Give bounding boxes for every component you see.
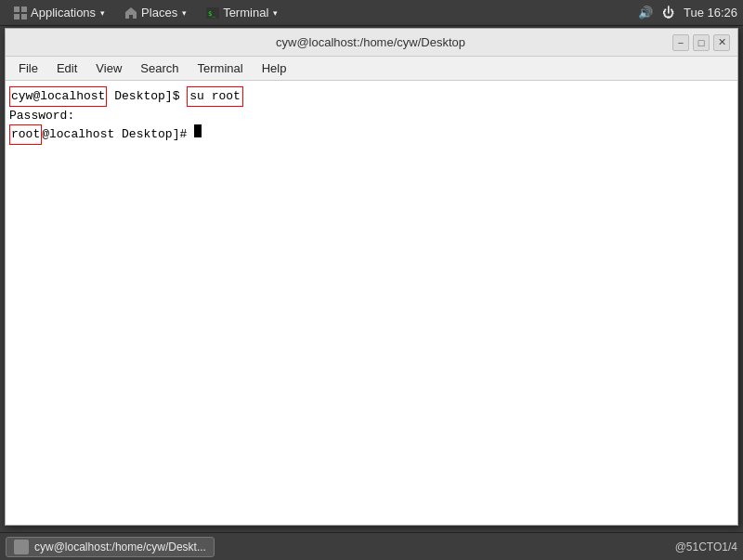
menu-search[interactable]: Search [133,59,186,77]
menu-help[interactable]: Help [254,59,294,77]
root-prompt: root [9,124,42,145]
terminal-content[interactable]: cyw@localhost Desktop]$ su root Password… [6,81,737,525]
window-controls: − □ ✕ [672,34,730,51]
minimize-button[interactable]: − [672,34,689,51]
places-label: Places [141,6,177,20]
places-icon [124,6,138,20]
taskbar-watermark: @51CTO1/4 [675,540,737,553]
places-menu[interactable]: Places ▾ [116,4,194,22]
terminal-icon: $_ [205,6,220,20]
terminal-window: cyw@localhost:/home/cyw/Desktop − □ ✕ Fi… [5,28,738,526]
menu-terminal[interactable]: Terminal [190,59,251,77]
svg-rect-0 [14,7,20,12]
terminal-line-3: root@localhost Desktop]# [9,124,734,145]
prompt-suffix-1: Desktop]$ [107,87,179,106]
taskbar: cyw@localhost:/home/cyw/Deskt... @51CTO1… [0,532,743,560]
applications-menu[interactable]: Applications ▾ [6,4,112,22]
close-button[interactable]: ✕ [713,34,730,51]
terminal-line-2: Password: [9,107,734,125]
terminal-menu[interactable]: $_ Terminal ▾ [198,4,285,22]
menu-view[interactable]: View [88,59,129,77]
terminal-line-1: cyw@localhost Desktop]$ su root [9,86,734,107]
user-prompt: cyw@localhost [9,86,107,107]
menu-file[interactable]: File [11,59,46,77]
system-bar: Applications ▾ Places ▾ $_ Terminal ▾ 🔊 … [0,0,743,26]
menu-edit[interactable]: Edit [49,59,85,77]
command-su-root: su root [187,86,243,107]
space-1 [179,87,187,106]
terminal-arrow: ▾ [273,8,278,18]
terminal-cursor [194,124,202,137]
menu-bar: File Edit View Search Terminal Help [6,57,737,81]
places-arrow: ▾ [182,8,187,18]
svg-text:$_: $_ [208,10,216,18]
terminal-label: Terminal [223,6,268,20]
root-suffix: @localhost Desktop]# [42,125,194,144]
taskbar-item-label: cyw@localhost:/home/cyw/Deskt... [34,540,206,553]
applications-label: Applications [31,6,96,20]
power-icon[interactable]: ⏻ [662,6,674,20]
svg-rect-2 [14,14,20,20]
title-bar: cyw@localhost:/home/cyw/Desktop − □ ✕ [6,29,737,57]
applications-arrow: ▾ [100,8,105,18]
watermark-text: @51CTO1/4 [675,540,737,553]
clock: Tue 16:26 [684,6,737,20]
taskbar-terminal-item[interactable]: cyw@localhost:/home/cyw/Deskt... [6,537,215,557]
taskbar-terminal-icon [14,540,29,554]
svg-rect-3 [21,14,27,20]
applications-icon [13,6,28,20]
system-right: 🔊 ⏻ Tue 16:26 [638,6,737,20]
volume-icon[interactable]: 🔊 [638,6,653,20]
svg-rect-1 [21,7,27,12]
system-menu-items: Applications ▾ Places ▾ $_ Terminal ▾ [6,4,285,22]
window-title: cyw@localhost:/home/cyw/Desktop [69,35,672,49]
password-prompt: Password: [9,107,74,125]
maximize-button[interactable]: □ [693,34,710,51]
